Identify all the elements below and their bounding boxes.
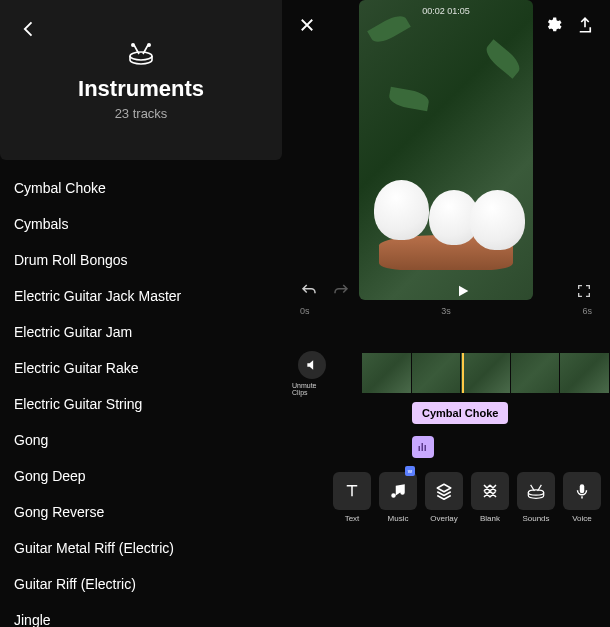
- svg-point-2: [148, 43, 150, 45]
- player-controls: [300, 282, 592, 300]
- track-item[interactable]: Gong Reverse: [0, 494, 282, 530]
- unmute-label: Unmute Clips: [292, 382, 332, 396]
- svg-point-0: [130, 52, 152, 60]
- track-item[interactable]: Cymbals: [0, 206, 282, 242]
- time-ruler: 0s 3s 6s: [300, 306, 592, 316]
- voice-icon: [563, 472, 601, 510]
- clip-thumbnail[interactable]: [412, 353, 462, 393]
- ruler-tick: 6s: [582, 306, 592, 316]
- clip-thumbnail[interactable]: [461, 353, 511, 393]
- category-title: Instruments: [78, 76, 204, 102]
- track-item[interactable]: Electric Guitar Rake: [0, 350, 282, 386]
- track-list[interactable]: Cymbal ChokeCymbalsDrum Roll BongosElect…: [0, 160, 282, 627]
- track-item[interactable]: Electric Guitar Jam: [0, 314, 282, 350]
- svg-point-1: [132, 43, 134, 45]
- redo-button[interactable]: [332, 282, 350, 300]
- sound-library-panel: Instruments 23 tracks Cymbal ChokeCymbal…: [0, 0, 282, 627]
- svg-rect-7: [580, 484, 585, 493]
- settings-button[interactable]: [544, 16, 562, 34]
- timeline-area[interactable]: Unmute Clips Cymbal Choke TextwMusicO: [282, 320, 610, 627]
- text-icon: [333, 472, 371, 510]
- audio-viz-icon[interactable]: [412, 436, 434, 458]
- ruler-tick: 0s: [300, 306, 310, 316]
- tool-label: Text: [345, 514, 360, 523]
- tool-label: Overlay: [430, 514, 458, 523]
- time-overlay: 00:02 01:05: [359, 6, 533, 16]
- track-item[interactable]: Electric Guitar Jack Master: [0, 278, 282, 314]
- track-item[interactable]: Guitar Metal Riff (Electric): [0, 530, 282, 566]
- tool-text[interactable]: Text: [332, 472, 372, 523]
- track-item[interactable]: Jingle: [0, 602, 282, 627]
- blank-icon: [471, 472, 509, 510]
- fullscreen-button[interactable]: [576, 283, 592, 299]
- track-item[interactable]: Gong: [0, 422, 282, 458]
- track-item[interactable]: Drum Roll Bongos: [0, 242, 282, 278]
- svg-rect-3: [419, 446, 421, 451]
- playhead[interactable]: [462, 353, 464, 393]
- video-preview[interactable]: 00:02 01:05: [359, 0, 533, 300]
- svg-rect-5: [425, 445, 427, 451]
- overlay-icon: [425, 472, 463, 510]
- tool-label: Sounds: [522, 514, 549, 523]
- sounds-icon: [517, 472, 555, 510]
- tool-voice[interactable]: Voice: [562, 472, 602, 523]
- bottom-toolbar: TextwMusicOverlayBlankSoundsVoice: [282, 462, 610, 529]
- music-icon: w: [379, 472, 417, 510]
- back-button[interactable]: [18, 18, 40, 40]
- track-item[interactable]: Cymbal Choke: [0, 170, 282, 206]
- sound-clip[interactable]: Cymbal Choke: [412, 402, 508, 424]
- video-track-row[interactable]: Unmute Clips: [282, 350, 610, 396]
- svg-rect-4: [422, 443, 424, 451]
- track-item[interactable]: Gong Deep: [0, 458, 282, 494]
- tool-music[interactable]: wMusic: [378, 472, 418, 523]
- play-button[interactable]: [455, 283, 471, 299]
- category-subtitle: 23 tracks: [115, 106, 168, 121]
- undo-button[interactable]: [300, 282, 318, 300]
- ruler-tick: 3s: [441, 306, 451, 316]
- tool-label: Voice: [572, 514, 592, 523]
- sound-track-row[interactable]: Cymbal Choke: [282, 402, 610, 432]
- category-header: Instruments 23 tracks: [0, 0, 282, 160]
- tool-overlay[interactable]: Overlay: [424, 472, 464, 523]
- tool-blank[interactable]: Blank: [470, 472, 510, 523]
- clip-thumbnail[interactable]: [511, 353, 561, 393]
- sound-viz-row: [282, 436, 610, 462]
- tool-label: Music: [388, 514, 409, 523]
- clip-thumbnail[interactable]: [560, 353, 610, 393]
- clip-track[interactable]: [332, 353, 610, 393]
- clip-thumbnail[interactable]: [362, 353, 412, 393]
- tool-sounds[interactable]: Sounds: [516, 472, 556, 523]
- svg-point-6: [528, 490, 543, 495]
- tool-badge: w: [405, 466, 415, 476]
- tool-label: Blank: [480, 514, 500, 523]
- preview-area: 00:02 01:05 0s: [282, 0, 610, 320]
- track-item[interactable]: Guitar Riff (Electric): [0, 566, 282, 602]
- drum-icon: [127, 40, 155, 68]
- track-item[interactable]: Electric Guitar String: [0, 386, 282, 422]
- export-button[interactable]: [576, 16, 594, 34]
- unmute-clips-button[interactable]: Unmute Clips: [292, 351, 332, 396]
- close-button[interactable]: [298, 16, 316, 34]
- editor-panel: 00:02 01:05 0s: [282, 0, 610, 627]
